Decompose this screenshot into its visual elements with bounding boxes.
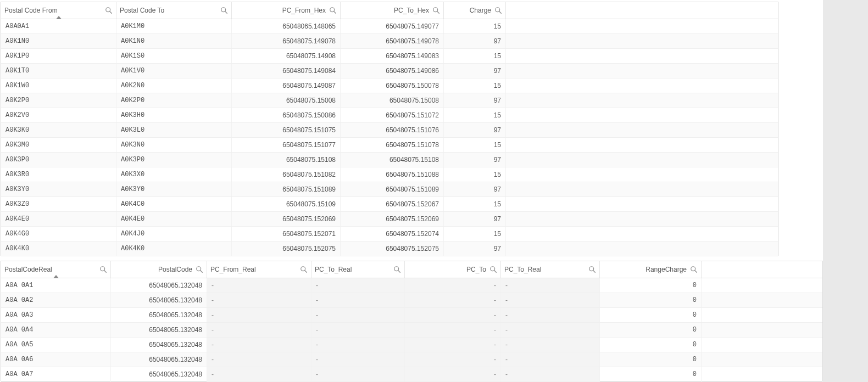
sort-ascending-icon [56,16,62,19]
table-body: A0A0A1A0K1M065048065.14806565048075.1490… [1,19,778,256]
table-row[interactable]: A0A 0A465048065.132048----0 [1,323,822,338]
table-cell: 97 [444,123,506,137]
table-cell: 65048075.150086 [232,108,341,122]
search-icon[interactable] [489,266,497,273]
search-icon[interactable] [300,266,308,273]
table-row[interactable]: A0K1T0A0K1V065048075.14908465048075.1490… [1,64,778,78]
table-row[interactable]: A0K3P0A0K3P065048075.1510865048075.15108… [1,153,778,167]
table-cell: 65048075.151077 [232,138,341,152]
table-cell: 97 [444,182,506,196]
table-cell [702,293,822,307]
table-cell: 65048065.148065 [232,19,341,33]
table-cell: 65048075.152067 [341,197,444,211]
table-row[interactable]: A0K4G0A0K4J065048075.15207165048075.1520… [1,227,778,241]
table-cell: 15 [444,108,506,122]
table-cell: - [501,308,600,322]
table-row[interactable]: A0K3R0A0K3X065048075.15108265048075.1510… [1,167,778,182]
column-header-PC_To_Real[interactable]: PC_To_Real [311,261,405,278]
table-row[interactable]: A0K1P0A0K1S065048075.1490865048075.14908… [1,49,778,64]
table-cell: 65048075.149086 [341,64,444,78]
table-row[interactable]: A0A 0A265048065.132048----0 [1,293,822,308]
table-row[interactable]: A0K1W0A0K2N065048075.14908765048075.1500… [1,78,778,93]
table-cell: A0K3Y0 [116,182,232,196]
table-postal-code-charges[interactable]: Postal Code FromPostal Code ToPC_From_He… [1,2,778,256]
table-cell: 0 [600,278,702,293]
table-row[interactable]: A0K4K0A0K4K065048075.15207565048075.1520… [1,241,778,256]
search-icon[interactable] [220,7,228,14]
column-header-RangeCharge[interactable]: RangeCharge [600,261,702,278]
table-cell: 65048075.150078 [341,78,444,93]
search-icon[interactable] [105,7,113,14]
search-icon[interactable] [99,266,107,273]
column-header-PC_To_Hex[interactable]: PC_To_Hex [341,2,444,19]
search-icon[interactable] [393,266,401,273]
sort-ascending-icon [53,275,59,278]
search-icon[interactable] [588,266,596,273]
column-header-label: PC_To_Hex [344,7,429,14]
table-cell: - [501,323,600,337]
table-cell: 65048065.132048 [111,367,207,381]
table-cell [702,367,822,381]
search-icon[interactable] [432,7,440,14]
table-cell: A0K4K0 [1,241,116,256]
table-cell: A0K2P0 [1,93,116,108]
column-header-PC_From_Hex[interactable]: PC_From_Hex [232,2,341,19]
column-header-Charge[interactable]: Charge [444,2,506,19]
table-cell: 65048065.132048 [111,323,207,337]
table-row[interactable]: A0K3Z0A0K4C065048075.1510965048075.15206… [1,197,778,212]
table-cell: 15 [444,167,506,182]
table-cell: - [207,323,311,337]
column-header-Postal Code From[interactable]: Postal Code From [1,2,116,19]
table-row[interactable]: A0A 0A665048065.132048----0 [1,352,822,367]
table-row[interactable]: A0K3Y0A0K3Y065048075.15108965048075.1510… [1,182,778,197]
table-cell [506,212,778,226]
table-cell: - [405,308,501,322]
table-row[interactable]: A0K3K0A0K3L065048075.15107565048075.1510… [1,123,778,138]
table-cell: - [207,293,311,307]
table-cell: 0 [600,293,702,307]
table-row[interactable]: A0K1N0A0K1N065048075.14907865048075.1490… [1,34,778,49]
table-row[interactable]: A0A 0A565048065.132048----0 [1,338,822,352]
column-header-label: PC_From_Hex [235,7,326,14]
table-row[interactable]: A0A 0A365048065.132048----0 [1,308,822,323]
column-header-PostalCodeReal[interactable]: PostalCodeReal [1,261,111,278]
table-cell: 65048075.152074 [341,227,444,241]
search-icon[interactable] [690,266,698,273]
column-header-PostalCode[interactable]: PostalCode [111,261,207,278]
search-icon[interactable] [329,7,337,14]
table-row[interactable]: A0A 0A165048065.132048----0 [1,278,822,293]
table-row[interactable]: A0A 0A765048065.132048----0 [1,367,822,382]
table-cell: 65048065.132048 [111,293,207,307]
table-postal-code-real[interactable]: PostalCodeRealPostalCodePC_From_RealPC_T… [1,261,823,381]
table-cell: 0 [600,323,702,337]
search-icon[interactable] [196,266,203,273]
column-header-label: PC_To_Real [315,266,390,273]
table-cell: 97 [444,241,506,256]
column-header-PC_To[interactable]: PC_To [405,261,501,278]
table-cell: A0K4G0 [1,227,116,241]
table-cell: 65048075.152075 [341,241,444,256]
table-cell [506,153,778,167]
table-row[interactable]: A0K2P0A0K2P065048075.1500865048075.15008… [1,93,778,108]
table-header-row: PostalCodeRealPostalCodePC_From_RealPC_T… [1,261,822,278]
table-row[interactable]: A0K2V0A0K3H065048075.15008665048075.1510… [1,108,778,123]
table-cell: A0K1P0 [1,49,116,63]
table-cell: A0K1T0 [1,64,116,78]
table-row[interactable]: A0K4E0A0K4E065048075.15206965048075.1520… [1,212,778,227]
table-row[interactable]: A0K3M0A0K3N065048075.15107765048075.1510… [1,138,778,153]
table-cell: - [405,367,501,381]
table-cell: - [311,293,405,307]
table-row[interactable]: A0A0A1A0K1M065048065.14806565048075.1490… [1,19,778,34]
table-cell [506,227,778,241]
table-cell: - [405,293,501,307]
table-cell: - [207,308,311,322]
table-cell: 65048075.152069 [232,212,341,226]
table-cell: 65048075.14908 [232,49,341,63]
column-header-PC_From_Real[interactable]: PC_From_Real [207,261,311,278]
table-cell: A0K1N0 [116,34,232,48]
table-cell: A0A0A1 [1,19,116,33]
column-header-PC_To_Real[interactable]: PC_To_Real [501,261,600,278]
search-icon[interactable] [494,7,502,14]
column-header-Postal Code To[interactable]: Postal Code To [116,2,232,19]
table-cell: 15 [444,19,506,33]
